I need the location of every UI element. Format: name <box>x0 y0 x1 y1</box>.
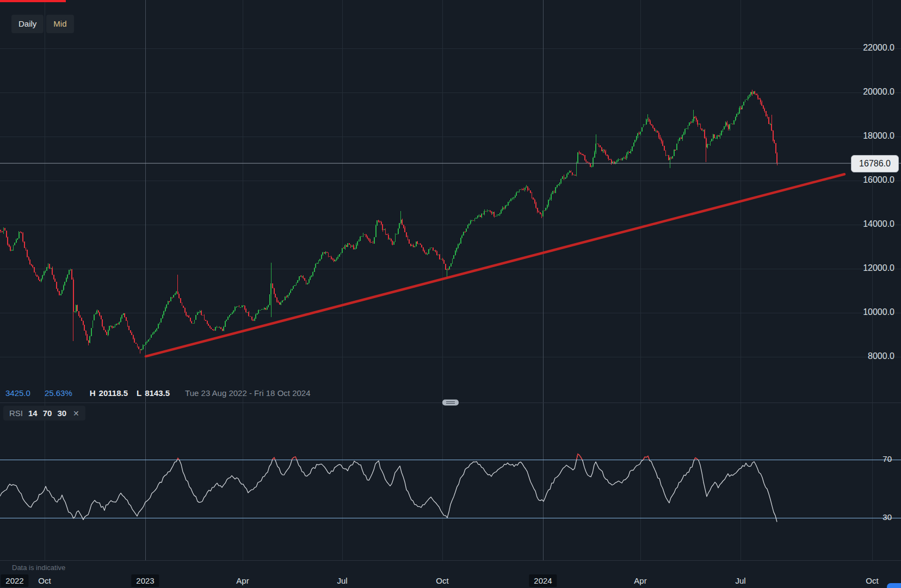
rsi-upper-setting: 70 <box>43 408 52 418</box>
time-axis-tick: Jul <box>332 574 352 587</box>
current-price-badge: 16786.0 <box>851 155 899 172</box>
time-axis-tick: 2022 <box>1 574 28 587</box>
time-axis-tick: Apr <box>629 574 651 587</box>
instrument-info-bar: 3425.0 25.63% H 20118.5 L 8143.5 Tue 23 … <box>5 388 311 398</box>
change-points-value: 3425.0 <box>5 388 30 398</box>
visible-date-range: Tue 23 Aug 2022 - Fri 18 Oct 2024 <box>185 388 310 398</box>
price-axis-tick: 18000.0 <box>863 131 894 141</box>
time-axis-tick: Oct <box>861 574 883 587</box>
time-axis-tick: Jul <box>730 574 750 587</box>
rsi-period-value: 14 <box>28 408 38 418</box>
rsi-remove-icon[interactable]: ✕ <box>73 409 79 418</box>
time-axis-tick: Oct <box>431 574 453 587</box>
rsi-indicator-legend[interactable]: RSI 14 70 30 ✕ <box>3 406 85 420</box>
price-axis-tick: 16000.0 <box>863 175 894 185</box>
time-axis-tick: Oct <box>33 574 55 587</box>
time-axis-tick: Apr <box>231 574 254 587</box>
price-axis-tick: 12000.0 <box>863 263 894 273</box>
chart-canvas[interactable] <box>0 0 901 588</box>
rsi-lower-setting: 30 <box>57 408 66 418</box>
period-low-value: 8143.5 <box>145 388 170 398</box>
price-axis-tick: 10000.0 <box>863 307 894 317</box>
price-axis-tick: 20000.0 <box>863 87 894 97</box>
trading-chart-window: Daily Mid 3425.0 25.63% H 20118.5 L 8143… <box>0 0 901 588</box>
rsi-level-label: 70 <box>883 454 892 463</box>
data-disclaimer-text: Data is indicative <box>12 564 65 572</box>
time-axis-tick: 2023 <box>131 574 159 587</box>
price-axis-tick: 22000.0 <box>863 43 894 53</box>
price-axis-tick: 8000.0 <box>868 351 894 361</box>
period-low-label: L <box>137 388 141 398</box>
price-axis-tick: 14000.0 <box>863 219 894 229</box>
loading-indicator-bar <box>0 0 66 2</box>
pane-resize-handle[interactable] <box>442 400 459 406</box>
scrollbar-pill[interactable] <box>887 583 901 588</box>
chart-toolbar: Daily Mid <box>11 15 74 33</box>
rsi-level-label: 30 <box>883 512 892 522</box>
time-axis-tick: 2024 <box>529 574 557 587</box>
period-high-label: H <box>90 388 96 398</box>
price-type-button-mid[interactable]: Mid <box>46 15 73 33</box>
change-percent-value: 25.63% <box>45 388 72 398</box>
rsi-indicator-name: RSI <box>9 408 23 418</box>
timeframe-button-daily[interactable]: Daily <box>11 15 44 33</box>
period-high-value: 20118.5 <box>99 388 128 398</box>
